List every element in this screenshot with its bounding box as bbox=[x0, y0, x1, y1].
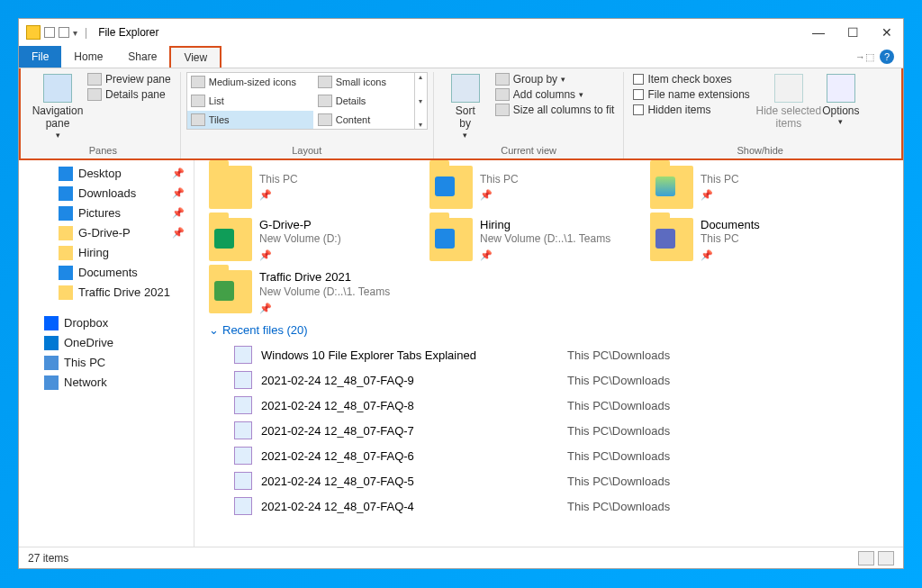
preview-pane-button[interactable]: Preview pane bbox=[84, 72, 175, 86]
folder-location: New Volume (D:..\1. Teams bbox=[480, 232, 610, 247]
sidebar-item-label: Dropbox bbox=[64, 316, 108, 330]
sidebar-item[interactable]: G-Drive-P📌 bbox=[19, 223, 194, 243]
details-pane-button[interactable]: Details pane bbox=[84, 87, 175, 102]
folder-name: Traffic Drive 2021 bbox=[259, 270, 390, 285]
group-label-showhide: Show/hide bbox=[629, 142, 890, 158]
sidebar-item[interactable]: Downloads📌 bbox=[19, 184, 194, 204]
folder-location: This PC bbox=[701, 232, 760, 247]
pin-icon: 📌 bbox=[259, 302, 390, 314]
layout-options[interactable]: Medium-sized icons Small icons ▴▾▾ List … bbox=[186, 72, 428, 130]
pin-icon: 📌 bbox=[701, 249, 760, 261]
view-details-button[interactable] bbox=[858, 551, 874, 565]
file-icon bbox=[234, 472, 252, 490]
group-label-layout: Layout bbox=[186, 142, 428, 158]
folder-icon bbox=[429, 218, 473, 261]
tab-share[interactable]: Share bbox=[115, 46, 169, 68]
folder-location: This PC bbox=[480, 173, 519, 187]
navigation-pane[interactable]: Desktop📌Downloads📌Pictures📌G-Drive-P📌Hir… bbox=[19, 160, 194, 547]
file-name: 2021-02-24 12_48_07-FAQ-7 bbox=[261, 424, 558, 438]
sidebar-item-label: Traffic Drive 2021 bbox=[78, 285, 170, 299]
tab-file[interactable]: File bbox=[19, 46, 61, 68]
group-label-current: Current view bbox=[439, 142, 619, 158]
sidebar-item-label: This PC bbox=[64, 356, 105, 369]
file-icon bbox=[234, 421, 252, 439]
recent-files-header[interactable]: ⌄ Recent files (20) bbox=[209, 323, 889, 337]
qa-toolbar-icon[interactable] bbox=[44, 27, 55, 38]
folder-name: G-Drive-P bbox=[259, 218, 341, 233]
file-name-extensions-toggle[interactable]: File name extensions bbox=[629, 87, 753, 102]
folder-icon bbox=[59, 266, 73, 280]
folder-icon bbox=[209, 218, 252, 261]
file-icon bbox=[234, 396, 252, 414]
file-explorer-window: ▾ | File Explorer — ☐ ✕ File Home Share … bbox=[18, 18, 904, 569]
sidebar-item-label: Pictures bbox=[78, 206, 121, 220]
file-name: 2021-02-24 12_48_07-FAQ-5 bbox=[261, 475, 558, 488]
pin-icon: 📌 bbox=[701, 188, 739, 201]
folder-icon bbox=[44, 316, 59, 330]
sidebar-item-label: Documents bbox=[78, 266, 138, 279]
folder-tile[interactable]: This PC📌 bbox=[650, 166, 853, 209]
folder-tile[interactable]: Traffic Drive 2021New Volume (D:..\1. Te… bbox=[209, 270, 411, 314]
sidebar-item[interactable]: Documents bbox=[19, 263, 194, 283]
size-all-columns-button[interactable]: Size all columns to fit bbox=[492, 103, 619, 117]
qa-toolbar-icon[interactable] bbox=[59, 27, 69, 38]
folder-tile[interactable]: DocumentsThis PC📌 bbox=[650, 218, 853, 262]
sidebar-item-label: Hiring bbox=[78, 246, 109, 259]
sidebar-item[interactable]: This PC bbox=[19, 353, 194, 373]
navigation-pane-button[interactable]: Navigation pane ▾ bbox=[32, 72, 84, 142]
recent-file-row[interactable]: Windows 10 File Explorer Tabs ExplainedT… bbox=[209, 342, 889, 367]
folder-tile[interactable]: HiringNew Volume (D:..\1. Teams📌 bbox=[429, 218, 632, 262]
content-area[interactable]: This PC📌This PC📌This PC📌G-Drive-PNew Vol… bbox=[194, 160, 903, 547]
folder-icon bbox=[59, 206, 73, 221]
recent-file-row[interactable]: 2021-02-24 12_48_07-FAQ-4This PC\Downloa… bbox=[209, 493, 889, 519]
add-columns-button[interactable]: Add columns ▾ bbox=[492, 87, 619, 102]
pin-icon: 📌 bbox=[172, 167, 185, 179]
file-name: Windows 10 File Explorer Tabs Explained bbox=[261, 348, 558, 362]
recent-file-row[interactable]: 2021-02-24 12_48_07-FAQ-6This PC\Downloa… bbox=[209, 443, 889, 468]
item-check-boxes-toggle[interactable]: Item check boxes bbox=[629, 72, 753, 86]
folder-name: Hiring bbox=[480, 218, 610, 233]
sidebar-item[interactable]: Pictures📌 bbox=[19, 204, 194, 223]
recent-file-row[interactable]: 2021-02-24 12_48_07-FAQ-5This PC\Downloa… bbox=[209, 468, 889, 493]
ribbon-group-layout: Medium-sized icons Small icons ▴▾▾ List … bbox=[181, 72, 434, 158]
group-by-button[interactable]: Group by ▾ bbox=[492, 72, 619, 86]
hidden-items-toggle[interactable]: Hidden items bbox=[629, 103, 753, 117]
folder-tile[interactable]: This PC📌 bbox=[429, 166, 632, 209]
status-bar: 27 items bbox=[19, 547, 903, 568]
folder-icon bbox=[650, 218, 693, 261]
sort-by-button[interactable]: Sort by ▾ bbox=[439, 72, 492, 142]
status-item-count: 27 items bbox=[28, 552, 68, 565]
folder-tile[interactable]: This PC📌 bbox=[209, 166, 411, 209]
sidebar-item[interactable]: OneDrive bbox=[19, 333, 194, 353]
ribbon-group-current-view: Sort by ▾ Group by ▾ Add columns ▾ Size … bbox=[434, 72, 625, 158]
sidebar-item[interactable]: Hiring bbox=[19, 243, 194, 263]
sidebar-item[interactable]: Desktop📌 bbox=[19, 164, 194, 184]
file-path: This PC\Downloads bbox=[567, 374, 670, 387]
tab-home[interactable]: Home bbox=[61, 46, 115, 68]
recent-file-row[interactable]: 2021-02-24 12_48_07-FAQ-7This PC\Downloa… bbox=[209, 418, 889, 443]
recent-file-row[interactable]: 2021-02-24 12_48_07-FAQ-9This PC\Downloa… bbox=[209, 367, 889, 393]
pin-icon: 📌 bbox=[480, 249, 610, 261]
recent-file-row[interactable]: 2021-02-24 12_48_07-FAQ-8This PC\Downloa… bbox=[209, 393, 889, 418]
tab-view[interactable]: View bbox=[169, 46, 221, 68]
help-icon[interactable]: ? bbox=[880, 50, 894, 64]
options-button[interactable]: Options ▾ bbox=[815, 72, 867, 129]
folder-icon bbox=[44, 356, 59, 370]
window-title: File Explorer bbox=[98, 26, 158, 39]
folder-icon bbox=[429, 166, 473, 209]
hide-selected-items-button[interactable]: Hide selected items bbox=[763, 72, 815, 132]
sidebar-item[interactable]: Traffic Drive 2021 bbox=[19, 283, 194, 303]
maximize-button[interactable]: ☐ bbox=[844, 23, 862, 41]
file-name: 2021-02-24 12_48_07-FAQ-9 bbox=[261, 374, 558, 387]
minimize-ribbon-icon[interactable]: →⬚ bbox=[855, 51, 874, 63]
sidebar-item-label: Downloads bbox=[78, 186, 136, 200]
ribbon-group-show-hide: Item check boxes File name extensions Hi… bbox=[624, 72, 896, 158]
sidebar-item[interactable]: Dropbox bbox=[19, 313, 194, 333]
close-button[interactable]: ✕ bbox=[878, 23, 896, 41]
file-name: 2021-02-24 12_48_07-FAQ-4 bbox=[261, 500, 558, 513]
sidebar-item[interactable]: Network bbox=[19, 373, 194, 393]
sidebar-item-label: Network bbox=[64, 375, 107, 389]
view-icons-button[interactable] bbox=[878, 551, 894, 565]
folder-tile[interactable]: G-Drive-PNew Volume (D:)📌 bbox=[209, 218, 411, 262]
minimize-button[interactable]: — bbox=[809, 23, 827, 41]
